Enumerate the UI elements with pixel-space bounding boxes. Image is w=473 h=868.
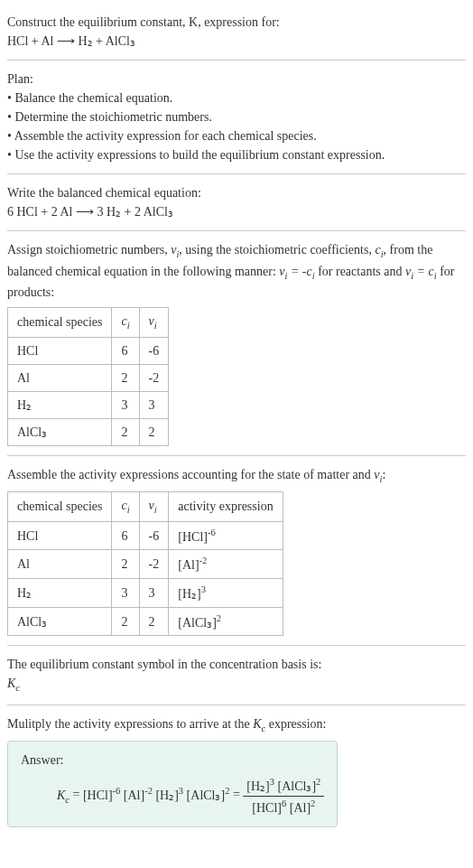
plan-item: • Use the activity expressions to build …	[7, 148, 385, 162]
divider	[7, 230, 466, 231]
symbol-kc: Kc	[7, 677, 20, 690]
cell-expr: [Al]-2	[169, 550, 283, 579]
th-ci: ci	[112, 492, 139, 522]
cell-expr: [AlCl₃]2	[169, 607, 283, 636]
cell-vi: -2	[139, 364, 169, 391]
table-row: H₂ 3 3 [H₂]3	[8, 579, 283, 608]
th-ci: ci	[112, 308, 139, 338]
table-row: Al 2 -2 [Al]-2	[8, 550, 283, 579]
plan-section: Plan: • Balance the chemical equation. •…	[7, 70, 466, 164]
cell-vi: 2	[139, 418, 169, 445]
table-row: H₂ 3 3	[8, 391, 169, 418]
plan-title: Plan:	[7, 72, 33, 86]
fraction-denominator: [HCl]6 [Al]2	[243, 797, 324, 817]
divider	[7, 173, 466, 174]
stoich-intro: Assign stoichiometric numbers, νi, using…	[7, 243, 455, 299]
activity-section: Assemble the activity expressions accoun…	[7, 465, 466, 637]
stoich-table: chemical species ci νi HCl 6 -6 Al 2 -2 …	[7, 307, 169, 446]
cell-species: Al	[8, 550, 112, 579]
divider	[7, 705, 466, 705]
cell-expr: [H₂]3	[169, 579, 283, 608]
th-species: chemical species	[8, 308, 112, 338]
plan-item: • Determine the stoichiometric numbers.	[7, 110, 212, 124]
answer-label: Answer:	[21, 753, 63, 767]
cell-species: H₂	[8, 391, 112, 418]
cell-ci: 2	[112, 364, 139, 391]
activity-intro: Assemble the activity expressions accoun…	[7, 468, 385, 481]
divider	[7, 60, 466, 61]
cell-vi: -2	[139, 550, 169, 579]
plan-item: • Assemble the activity expression for e…	[7, 129, 317, 143]
cell-species: H₂	[8, 579, 112, 608]
cell-ci: 2	[112, 607, 139, 636]
fraction: [H₂]3 [AlCl₃]2 [HCl]6 [Al]2	[243, 775, 324, 817]
cell-ci: 3	[112, 579, 139, 608]
cell-expr: [HCl]-6	[169, 521, 283, 550]
cell-vi: -6	[139, 337, 169, 364]
table-row: AlCl₃ 2 2	[8, 418, 169, 445]
cell-vi: -6	[139, 521, 169, 550]
cell-species: Al	[8, 364, 112, 391]
cell-species: HCl	[8, 337, 112, 364]
table-header-row: chemical species ci νi	[8, 308, 169, 338]
th-expr: activity expression	[169, 492, 283, 522]
answer-box: Answer: Kc = [HCl]-6 [Al]-2 [H₂]3 [AlCl₃…	[7, 741, 338, 826]
table-row: AlCl₃ 2 2 [AlCl₃]2	[8, 607, 283, 636]
title-line1: Construct the equilibrium constant, K, e…	[7, 15, 280, 29]
stoich-section: Assign stoichiometric numbers, νi, using…	[7, 240, 466, 446]
symbol-section: The equilibrium constant symbol in the c…	[7, 655, 466, 695]
multiply-section: Mulitply the activity expressions to arr…	[7, 714, 466, 827]
cell-ci: 2	[112, 418, 139, 445]
header-section: Construct the equilibrium constant, K, e…	[7, 13, 466, 51]
cell-ci: 6	[112, 521, 139, 550]
cell-species: AlCl₃	[8, 607, 112, 636]
cell-vi: 3	[139, 391, 169, 418]
table-header-row: chemical species ci νi activity expressi…	[8, 492, 283, 522]
fraction-numerator: [H₂]3 [AlCl₃]2	[243, 775, 324, 797]
th-vi: νi	[139, 308, 169, 338]
balanced-equation: 6 HCl + 2 Al ⟶ 3 H₂ + 2 AlCl₃	[7, 205, 173, 219]
table-row: HCl 6 -6 [HCl]-6	[8, 521, 283, 550]
cell-vi: 3	[139, 579, 169, 608]
cell-species: AlCl₃	[8, 418, 112, 445]
multiply-intro: Mulitply the activity expressions to arr…	[7, 717, 326, 731]
symbol-line1: The equilibrium constant symbol in the c…	[7, 658, 321, 671]
divider	[7, 645, 466, 646]
table-row: Al 2 -2	[8, 364, 169, 391]
cell-species: HCl	[8, 521, 112, 550]
answer-equation: Kc = [HCl]-6 [Al]-2 [H₂]3 [AlCl₃]2 = [H₂…	[57, 775, 324, 817]
plan-item: • Balance the chemical equation.	[7, 91, 172, 105]
balanced-section: Write the balanced chemical equation: 6 …	[7, 183, 466, 221]
cell-ci: 6	[112, 337, 139, 364]
header-equation: HCl + Al ⟶ H₂ + AlCl₃	[7, 34, 135, 48]
cell-ci: 3	[112, 391, 139, 418]
activity-table: chemical species ci νi activity expressi…	[7, 491, 283, 636]
divider	[7, 455, 466, 456]
th-species: chemical species	[8, 492, 112, 522]
cell-vi: 2	[139, 607, 169, 636]
cell-ci: 2	[112, 550, 139, 579]
table-row: HCl 6 -6	[8, 337, 169, 364]
balanced-title: Write the balanced chemical equation:	[7, 186, 201, 200]
th-vi: νi	[139, 492, 169, 522]
